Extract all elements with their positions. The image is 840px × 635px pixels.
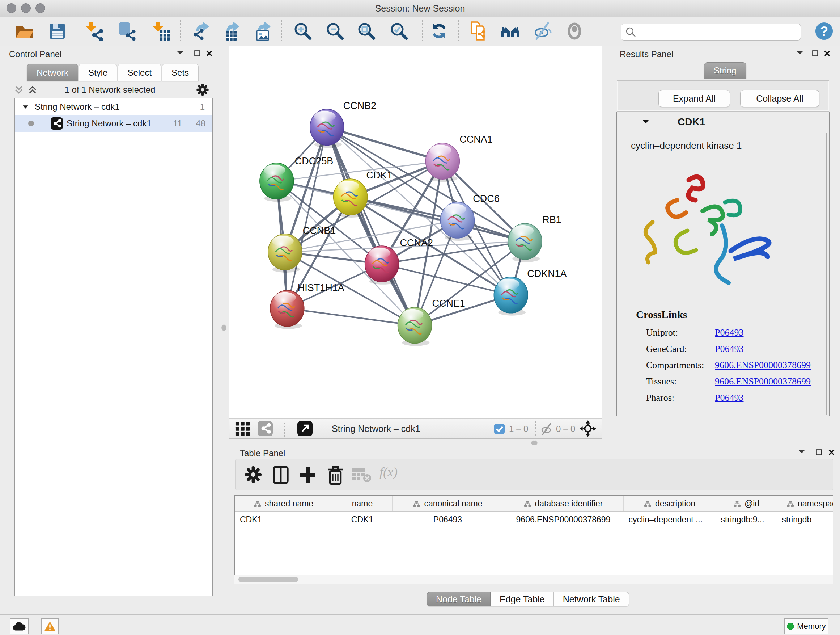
export-table-icon[interactable] — [221, 21, 242, 41]
network-share-toggle-icon[interactable] — [257, 421, 273, 436]
results-panel-menu-icon[interactable] — [796, 51, 804, 55]
protein-structure-image — [634, 165, 778, 302]
control-panel-float-icon[interactable] — [194, 50, 201, 57]
tab-node-table[interactable]: Node Table — [427, 592, 491, 606]
edge[interactable] — [287, 309, 415, 325]
network-canvas[interactable]: CCNB2CCNA1CDC25BCDK1CDC6RB1CCNB1CCNA2CDK… — [229, 46, 602, 418]
control-panel-close-icon[interactable] — [205, 50, 213, 57]
table-panel-float-icon[interactable] — [815, 448, 823, 456]
delete-column-icon[interactable] — [327, 466, 344, 485]
entry-description: cyclin–dependent kinase 1 — [631, 140, 742, 151]
entry-caret-icon[interactable] — [642, 119, 649, 125]
export-image-icon[interactable] — [253, 21, 273, 41]
search-field[interactable] — [621, 24, 801, 41]
node-ccne1[interactable]: CCNE1 — [398, 298, 465, 346]
crosshair-icon[interactable] — [579, 420, 596, 437]
column-header-namespace[interactable]: namespace — [777, 496, 834, 511]
edge[interactable] — [327, 127, 415, 325]
node-cdk1[interactable]: CDK1 — [333, 170, 393, 218]
open-session-icon[interactable] — [14, 21, 35, 41]
title-bar: Session: New Session — [0, 0, 840, 17]
crosslink-link[interactable]: 9606.ENSP00000378699 — [715, 360, 811, 371]
table-panel-menu-icon[interactable] — [798, 450, 805, 454]
import-network-file-icon[interactable] — [84, 21, 104, 41]
node-ccna1[interactable]: CCNA1 — [425, 134, 493, 182]
column-header-database-identifier[interactable]: database identifier — [503, 496, 624, 511]
control-panel-menu-icon[interactable] — [177, 51, 184, 55]
crosslink-link[interactable]: P06493 — [715, 393, 744, 403]
node-ccnb1[interactable]: CCNB1 — [268, 225, 336, 272]
results-panel-close-icon[interactable] — [823, 50, 831, 57]
save-session-icon[interactable] — [47, 21, 67, 41]
network-row-selected[interactable]: String Network – cdk1 11 48 — [15, 115, 212, 132]
memory-button[interactable]: Memory — [784, 618, 829, 634]
selected-checkbox-icon[interactable] — [494, 423, 505, 434]
create-column-icon[interactable] — [298, 466, 317, 485]
column-header-description[interactable]: description — [624, 496, 716, 511]
zoom-in-icon[interactable] — [293, 21, 313, 41]
search-input[interactable] — [640, 27, 796, 38]
column-header--id[interactable]: @id — [716, 496, 777, 511]
birds-eye-view-icon[interactable] — [297, 421, 313, 436]
tab-network-table[interactable]: Network Table — [554, 592, 629, 606]
expand-collapse-box: Expand All Collapse All — [617, 80, 829, 111]
edge[interactable] — [287, 127, 327, 309]
zoom-out-icon[interactable] — [325, 21, 345, 41]
expand-all-button[interactable]: Expand All — [658, 90, 730, 107]
table-settings-gear-icon[interactable] — [244, 466, 262, 484]
tab-select[interactable]: Select — [118, 64, 161, 81]
node-hist1h1a[interactable]: HIST1H1A — [270, 282, 344, 329]
tab-edge-table[interactable]: Edge Table — [491, 592, 554, 606]
node-table[interactable]: shared namenamecanonical namedatabase id… — [234, 495, 834, 584]
show-columns-icon[interactable] — [272, 466, 290, 485]
houses-icon[interactable] — [500, 21, 521, 41]
left-splitter-handle[interactable] — [221, 325, 226, 331]
node-entry-header[interactable]: CDK1 — [617, 112, 829, 132]
zoom-selected-icon[interactable] — [389, 21, 409, 41]
collapse-all-button[interactable]: Collapse All — [740, 90, 819, 107]
zoom-fit-icon[interactable] — [356, 21, 377, 41]
results-panel-float-icon[interactable] — [812, 50, 819, 57]
crosslink-link[interactable]: P06493 — [715, 344, 744, 355]
tree-column-icon — [644, 500, 652, 507]
cloud-button[interactable] — [10, 618, 28, 634]
crosslink-link[interactable]: P06493 — [715, 327, 744, 338]
refresh-icon[interactable] — [429, 21, 449, 41]
edge-count: 48 — [196, 119, 205, 128]
table-row[interactable]: CDK1CDK1P064939606.ENSP00000378699cyclin… — [235, 511, 834, 528]
collection-label: String Network – cdk1 — [35, 102, 120, 112]
bottom-splitter-handle[interactable] — [531, 440, 538, 445]
node-rb1[interactable]: RB1 — [508, 214, 561, 262]
node-ccnb2[interactable]: CCNB2 — [310, 100, 376, 148]
entry-name: CDK1 — [677, 116, 705, 128]
tab-sets[interactable]: Sets — [162, 64, 199, 81]
tab-string[interactable]: String — [704, 62, 746, 79]
edge[interactable] — [327, 127, 443, 161]
eye-slash-icon[interactable] — [532, 21, 553, 41]
column-header-canonical-name[interactable]: canonical name — [393, 496, 503, 511]
toolbar-separator — [77, 20, 77, 42]
control-panel-title: Control Panel — [9, 49, 62, 59]
node-cdkn1a[interactable]: CDKN1A — [494, 268, 567, 316]
import-table-icon[interactable] — [150, 21, 171, 41]
import-network-database-icon[interactable] — [116, 21, 136, 41]
network-collection-row[interactable]: String Network – cdk1 1 — [15, 98, 212, 115]
help-button[interactable]: ? — [814, 21, 834, 41]
network-options-gear-icon[interactable] — [196, 83, 209, 96]
tab-style[interactable]: Style — [79, 64, 117, 81]
network-selection-status: 1 of 1 Network selected — [22, 85, 198, 95]
string-documents-icon[interactable] — [469, 21, 489, 41]
column-header-name[interactable]: name — [332, 496, 393, 511]
warning-button[interactable] — [41, 618, 58, 634]
grid-view-icon[interactable] — [235, 421, 250, 437]
node-label: CDC25B — [295, 156, 333, 166]
table-horizontal-scrollbar[interactable] — [234, 575, 834, 584]
collection-caret-icon[interactable] — [22, 105, 28, 109]
export-network-icon[interactable] — [191, 21, 211, 41]
tab-network[interactable]: Network — [27, 64, 78, 81]
column-header-shared-name[interactable]: shared name — [235, 496, 332, 511]
crosslink-link[interactable]: 9606.ENSP00000378699 — [715, 376, 811, 387]
crosslink-label: Tissues: — [646, 376, 715, 387]
table-panel-close-icon[interactable] — [828, 448, 835, 456]
scrollbar-thumb[interactable] — [238, 577, 298, 582]
